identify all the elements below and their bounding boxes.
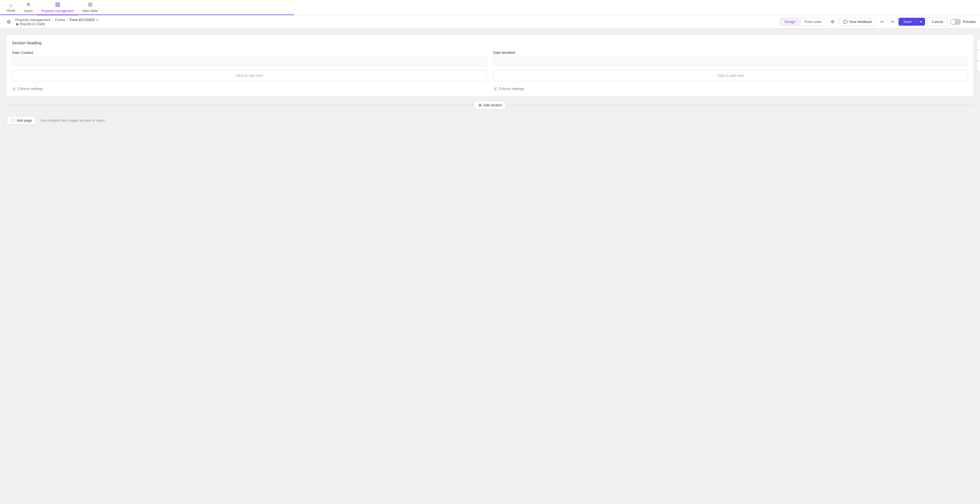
add-section-label: Add section (484, 103, 502, 107)
breadcrumb-current: Form 4/17/2023 (70, 18, 95, 22)
nav-item-new-table[interactable]: New Table (78, 0, 102, 15)
reports-link-label: Reports & Charts (20, 22, 45, 26)
add-page-hint: Use multiple form pages as tabs or steps (40, 118, 105, 122)
left-form-field: Date Created Click to add here Column se… (12, 51, 487, 91)
undo-button[interactable]: ↩ (878, 17, 886, 26)
top-nav: ⌂ Home Users Property management New Tab… (0, 0, 980, 15)
right-column-settings-label: Column settings (499, 87, 524, 91)
add-section-plus-icon: ⊕ (478, 102, 482, 108)
breadcrumb-sep-1: › (52, 18, 53, 22)
reports-link[interactable]: ▶ Reports & Charts (16, 22, 100, 26)
breadcrumb-forms[interactable]: Forms (55, 18, 65, 22)
preview-toggle-wrapper: Preview (950, 19, 975, 25)
right-form-field: Date Modified Click to add here Column s… (493, 51, 968, 91)
add-section-button[interactable]: ⊕ Add section (474, 100, 507, 110)
home-icon: ⌂ (10, 3, 13, 8)
side-delete-btn[interactable] (977, 61, 980, 71)
property-management-icon (55, 2, 60, 8)
svg-point-0 (28, 3, 29, 5)
save-button[interactable]: Save (899, 18, 916, 26)
side-settings-btn[interactable] (977, 39, 980, 49)
reports-chevron-icon: ▶ (16, 22, 19, 26)
svg-rect-2 (58, 3, 59, 4)
date-created-label: Date Created (12, 51, 487, 55)
new-table-icon (88, 2, 93, 8)
add-section-line-right (506, 105, 974, 105)
form-columns: Date Created Click to add here Column se… (12, 51, 968, 91)
add-section-wrapper: ⊕ Add section (6, 100, 974, 110)
secondary-toolbar: ⚙ Property management › Forms › Form 4/1… (0, 15, 980, 29)
users-icon (26, 2, 31, 8)
nav-item-home[interactable]: ⌂ Home (2, 0, 20, 15)
date-created-input[interactable] (12, 57, 487, 65)
cancel-button[interactable]: Cancel (927, 17, 947, 26)
svg-rect-3 (56, 5, 57, 6)
side-search-btn[interactable] (977, 50, 980, 60)
breadcrumb: Property management › Forms › Form 4/17/… (15, 18, 778, 26)
nav-label-new-table: New Table (83, 9, 98, 13)
settings-icon[interactable]: ⚙ (5, 17, 13, 27)
right-click-to-add[interactable]: Click to add here (493, 70, 968, 81)
preview-label: Preview (963, 20, 975, 24)
feedback-label: Give feedback (849, 20, 872, 24)
svg-rect-4 (58, 5, 59, 6)
add-section-line-left (6, 105, 474, 105)
edit-pencil-icon[interactable]: ✏ (96, 18, 100, 22)
right-column-settings[interactable]: Column settings (493, 87, 968, 91)
main-content: Section heading Date Created Click to ad… (0, 29, 980, 504)
date-modified-input[interactable] (493, 57, 968, 65)
column-settings-icon-left (12, 87, 16, 91)
nav-label-property-management: Property management (41, 9, 74, 13)
left-click-to-add[interactable]: Click to add here (12, 70, 487, 81)
side-toolbar (977, 39, 980, 71)
give-feedback-button[interactable]: 💬 Give feedback (839, 18, 876, 26)
save-dropdown-button[interactable]: ▼ (916, 18, 925, 26)
left-column-settings-label: Column settings (18, 87, 43, 91)
preview-toggle[interactable] (950, 19, 961, 25)
form-rules-button[interactable]: Form rules (800, 18, 826, 25)
chat-icon: 💬 (843, 20, 848, 24)
redo-button[interactable]: ↪ (888, 17, 896, 26)
add-page-icon: 📄 (11, 118, 15, 122)
sliders-icon[interactable]: ⚙ (829, 17, 837, 26)
date-modified-label: Date Modified (493, 51, 968, 55)
section-heading: Section heading (12, 40, 968, 45)
nav-label-users: Users (24, 9, 33, 13)
column-settings-icon-right (493, 87, 497, 91)
nav-item-property-management[interactable]: Property management (37, 0, 78, 15)
svg-rect-1 (56, 3, 57, 4)
left-column-settings[interactable]: Column settings (12, 87, 487, 91)
view-toggle-group: Design Form rules (780, 18, 826, 26)
breadcrumb-sep-2: › (67, 18, 68, 22)
nav-item-users[interactable]: Users (20, 0, 37, 15)
design-button[interactable]: Design (780, 18, 800, 25)
save-button-group: Save ▼ (899, 18, 925, 26)
add-page-wrapper: 📄 Add page Use multiple form pages as ta… (6, 116, 974, 125)
toolbar-right: Design Form rules ⚙ 💬 Give feedback ↩ ↪ … (780, 17, 975, 26)
add-page-button[interactable]: 📄 Add page (6, 116, 36, 125)
form-section-card: Section heading Date Created Click to ad… (6, 35, 974, 96)
add-page-label: Add page (17, 118, 32, 122)
breadcrumb-root[interactable]: Property management (15, 18, 51, 22)
nav-label-home: Home (6, 9, 15, 13)
